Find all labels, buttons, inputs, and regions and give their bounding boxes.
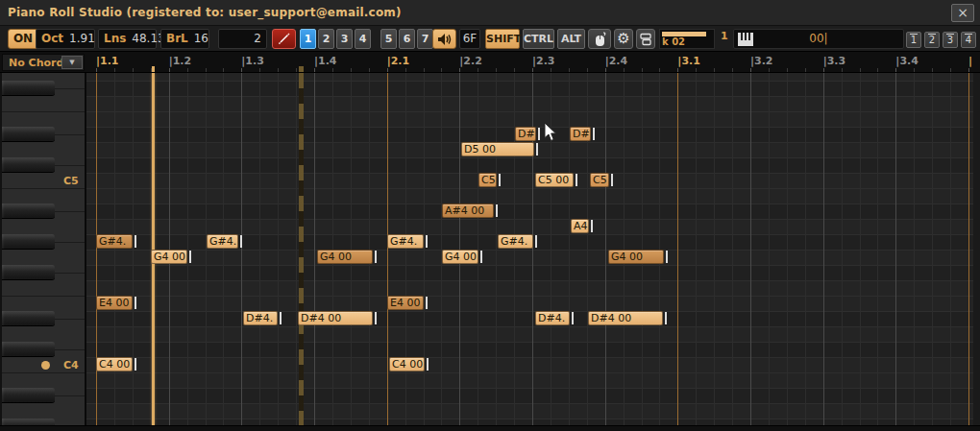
channel-7-button[interactable]: 7 xyxy=(417,29,433,49)
note[interactable]: G4 00 xyxy=(442,250,478,264)
note[interactable]: D# xyxy=(515,127,536,141)
timeline-marker-3.1[interactable]: |3.1 xyxy=(677,55,700,67)
note[interactable]: C5 xyxy=(478,173,497,187)
chord-selector[interactable]: No Chord ▼ xyxy=(2,54,85,71)
timeline-marker-2.1[interactable]: |2.1 xyxy=(387,55,410,67)
note[interactable]: G4 00 xyxy=(151,250,187,264)
note-end-marker[interactable] xyxy=(480,251,482,263)
note[interactable]: D#4. xyxy=(535,311,570,325)
note[interactable]: A#4 00 xyxy=(442,204,494,218)
keyzone-field[interactable]: k 02 xyxy=(659,29,715,49)
note-end-marker[interactable] xyxy=(135,235,136,248)
draw-tool-button[interactable] xyxy=(272,29,296,49)
note-end-marker[interactable] xyxy=(666,251,668,263)
note-end-marker[interactable] xyxy=(665,312,667,324)
timeline-marker-3.2[interactable]: |3.2 xyxy=(750,55,773,67)
timeline-marker-1.2[interactable]: |1.2 xyxy=(169,55,192,67)
audio-value[interactable]: 6F xyxy=(459,29,480,49)
note[interactable]: D#4. xyxy=(243,311,278,325)
timeline-marker-3.3[interactable]: |3.3 xyxy=(823,55,846,67)
channel-1-button[interactable]: 1 xyxy=(300,29,316,49)
channel-5-button[interactable]: 5 xyxy=(380,29,397,49)
note[interactable]: D#4 00 xyxy=(588,311,663,325)
piano-key-black[interactable] xyxy=(2,157,55,173)
timeline-marker-3.4[interactable]: |3.4 xyxy=(895,55,919,67)
note-end-marker[interactable] xyxy=(576,174,577,186)
note-end-marker[interactable] xyxy=(593,128,595,140)
lns-field[interactable]: Lns48.13 xyxy=(98,29,157,49)
note-end-marker[interactable] xyxy=(375,312,377,324)
note[interactable]: A4 xyxy=(571,219,589,233)
note[interactable]: C5 00 xyxy=(535,173,574,187)
note[interactable]: G#4. xyxy=(207,234,238,249)
note-end-marker[interactable] xyxy=(135,358,136,371)
modifier-ctrl-button[interactable]: CTRL xyxy=(523,29,554,49)
note[interactable]: E4 00 xyxy=(96,296,133,310)
pattern-3-button[interactable]: 3 xyxy=(943,32,958,48)
note-end-marker[interactable] xyxy=(536,143,538,156)
piano-key-black[interactable] xyxy=(2,342,55,357)
channel-2-button[interactable]: 2 xyxy=(318,29,334,49)
settings-button[interactable]: ⚙ xyxy=(614,29,633,49)
mouse-tool-button[interactable] xyxy=(588,29,611,49)
timeline[interactable]: No Chord ▼ |1.1|1.2|1.3|1.4|2.1|2.2|2.3|… xyxy=(0,52,980,73)
piano-keyboard[interactable]: C5C4 xyxy=(0,73,86,425)
piano-key-black[interactable] xyxy=(2,204,55,219)
note[interactable]: G4 00 xyxy=(608,250,664,264)
pattern-1-button[interactable]: 1 xyxy=(906,32,921,48)
note-end-marker[interactable] xyxy=(591,220,593,232)
close-button[interactable]: × xyxy=(951,4,974,22)
timeline-marker-1.4[interactable]: |1.4 xyxy=(314,55,337,67)
audio-toggle-button[interactable] xyxy=(432,29,456,49)
brl-field[interactable]: BrL16 xyxy=(160,29,209,49)
timeline-marker-2.2[interactable]: |2.2 xyxy=(459,55,482,67)
note[interactable]: G#4. xyxy=(387,234,424,249)
note-end-marker[interactable] xyxy=(189,251,191,263)
note-end-marker[interactable] xyxy=(535,235,537,248)
note-end-marker[interactable] xyxy=(375,251,377,263)
note-end-marker[interactable] xyxy=(611,174,613,186)
piano-key-black[interactable] xyxy=(2,127,55,142)
note[interactable]: C4 00 xyxy=(96,357,133,371)
piano-key-black[interactable] xyxy=(2,234,55,250)
channel-3-button[interactable]: 3 xyxy=(336,29,353,49)
on-button[interactable]: ON xyxy=(8,29,38,49)
note[interactable]: E4 00 xyxy=(387,296,424,310)
loop-marker[interactable] xyxy=(299,73,304,425)
note-end-marker[interactable] xyxy=(426,297,428,309)
note[interactable]: G4 00 xyxy=(317,250,373,264)
note-end-marker[interactable] xyxy=(427,358,429,371)
note[interactable]: C4 00 xyxy=(389,357,425,371)
note[interactable]: D#4 00 xyxy=(298,311,373,325)
piano-key-black[interactable] xyxy=(2,419,55,425)
piano-key-black[interactable] xyxy=(2,265,55,280)
piano-key-black[interactable] xyxy=(2,81,55,96)
oct-field[interactable]: Oct1.91 xyxy=(36,29,95,49)
channel-4-button[interactable]: 4 xyxy=(355,29,371,49)
note-end-marker[interactable] xyxy=(538,128,540,140)
piano-key-black[interactable] xyxy=(2,311,55,326)
timeline-marker-1.1[interactable]: |1.1 xyxy=(96,55,119,67)
modifier-alt-button[interactable]: ALT xyxy=(557,29,585,49)
note-end-marker[interactable] xyxy=(135,297,136,309)
note-end-marker[interactable] xyxy=(572,312,574,324)
note[interactable]: G#4. xyxy=(96,234,133,249)
pattern-2-button[interactable]: 2 xyxy=(924,32,940,48)
channel-6-button[interactable]: 6 xyxy=(399,29,415,49)
note[interactable]: D5 00 xyxy=(461,142,534,156)
note-end-marker[interactable] xyxy=(240,235,242,248)
layout-button[interactable] xyxy=(636,29,655,49)
note-end-marker[interactable] xyxy=(426,235,428,248)
note[interactable]: C5 xyxy=(590,173,609,187)
note[interactable]: G#4. xyxy=(498,234,533,249)
note-end-marker[interactable] xyxy=(496,204,498,217)
note-grid[interactable]: D#D#D5 00C5C5 00C5A#4 00A4G#4.G#4.G#4.G#… xyxy=(86,73,973,425)
count-field[interactable]: 2 xyxy=(218,29,267,49)
position-display[interactable]: 00| xyxy=(733,29,904,49)
modifier-shift-button[interactable]: SHIFT xyxy=(485,29,520,49)
timeline-marker-2.4[interactable]: |2.4 xyxy=(605,55,628,67)
timeline-marker-1.3[interactable]: |1.3 xyxy=(241,55,264,67)
note-end-marker[interactable] xyxy=(280,312,282,324)
note[interactable]: D# xyxy=(570,127,591,141)
piano-key-black[interactable] xyxy=(2,388,55,403)
